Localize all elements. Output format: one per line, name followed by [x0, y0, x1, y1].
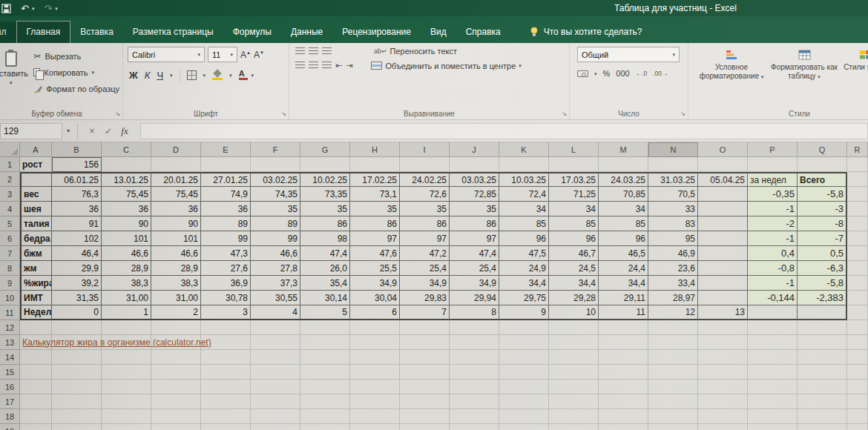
cell-H14[interactable] — [350, 350, 400, 365]
cell-C5[interactable]: 90 — [102, 216, 151, 231]
column-header-J[interactable]: J — [450, 142, 499, 157]
cell-G17[interactable] — [300, 394, 350, 409]
cell-H11[interactable]: 6 — [350, 305, 400, 320]
cell-E3[interactable]: 74,9 — [201, 187, 251, 202]
cell-C18[interactable] — [102, 409, 151, 424]
cell-I17[interactable] — [400, 394, 450, 409]
cell-Q2[interactable]: Всего — [798, 172, 847, 187]
column-header-N[interactable]: N — [648, 142, 698, 157]
column-header-G[interactable]: G — [300, 142, 350, 157]
cell-R17[interactable] — [847, 394, 868, 409]
cell-H7[interactable]: 47,6 — [350, 246, 400, 261]
cell-L3[interactable]: 71,25 — [549, 187, 599, 202]
borders-button[interactable] — [187, 70, 197, 80]
cell-F13[interactable] — [251, 335, 300, 350]
cell-C16[interactable] — [102, 380, 151, 394]
cell-R1[interactable] — [847, 157, 868, 172]
cell-J13[interactable] — [450, 335, 499, 350]
column-header-L[interactable]: L — [549, 142, 599, 157]
cell-J10[interactable]: 29,94 — [450, 291, 499, 305]
cell-B14[interactable] — [52, 350, 102, 365]
cell-J9[interactable]: 34,9 — [450, 276, 499, 291]
tab-file[interactable]: Файл — [0, 22, 16, 43]
cell-O6[interactable] — [698, 231, 748, 246]
cell-P7[interactable]: 0,4 — [748, 246, 798, 261]
cell-O2[interactable]: 05.04.25 — [698, 172, 748, 187]
cell-C11[interactable]: 1 — [102, 305, 151, 320]
cell-P6[interactable]: -1 — [748, 231, 798, 246]
cell-K17[interactable] — [499, 394, 549, 409]
cell-I18[interactable] — [400, 409, 450, 424]
cell-A3[interactable]: вес — [20, 187, 52, 202]
cell-E7[interactable]: 47,3 — [201, 246, 251, 261]
cell-H13[interactable] — [350, 335, 400, 350]
cell-F18[interactable] — [251, 409, 300, 424]
cell-C17[interactable] — [102, 394, 151, 409]
cell-L17[interactable] — [549, 394, 599, 409]
cell-E1[interactable] — [201, 157, 251, 172]
cell-A15[interactable] — [20, 365, 52, 380]
cell-E6[interactable]: 99 — [201, 231, 251, 246]
cell-D16[interactable] — [151, 380, 201, 394]
cell-K2[interactable]: 10.03.25 — [499, 172, 549, 187]
cell-O7[interactable] — [698, 246, 748, 261]
cell-D8[interactable]: 28,9 — [151, 261, 201, 276]
cell-P19[interactable] — [748, 424, 798, 430]
cell-D19[interactable] — [151, 424, 201, 430]
cell-J2[interactable]: 03.03.25 — [450, 172, 499, 187]
cell-N16[interactable] — [648, 380, 698, 394]
cell-O8[interactable] — [698, 261, 748, 276]
column-header-E[interactable]: E — [201, 142, 251, 157]
cell-P16[interactable] — [748, 380, 798, 394]
cell-N7[interactable]: 46,9 — [648, 246, 698, 261]
cell-Q6[interactable]: -7 — [798, 231, 847, 246]
cell-B8[interactable]: 29,9 — [52, 261, 102, 276]
cell-L9[interactable]: 34,4 — [549, 276, 599, 291]
cell-F3[interactable]: 74,35 — [251, 187, 300, 202]
format-as-table-button[interactable]: Форматировать как таблицу ▾ — [769, 45, 840, 81]
cell-B17[interactable] — [52, 394, 102, 409]
cell-F16[interactable] — [251, 380, 300, 394]
cell-I4[interactable]: 35 — [400, 202, 450, 216]
cell-E14[interactable] — [201, 350, 251, 365]
cell-Q7[interactable]: 0,5 — [798, 246, 847, 261]
cell-M11[interactable]: 11 — [599, 305, 648, 320]
cell-P9[interactable]: -1 — [748, 276, 798, 291]
accounting-format-button[interactable] — [577, 70, 588, 77]
cell-A11[interactable]: Неделя — [20, 305, 52, 320]
cell-R10[interactable] — [847, 291, 868, 305]
cell-J5[interactable]: 86 — [450, 216, 499, 231]
bold-button[interactable]: Ж — [129, 70, 138, 81]
row-header-12[interactable]: 12 — [0, 320, 20, 335]
cell-M12[interactable] — [599, 320, 648, 335]
cell-M17[interactable] — [599, 394, 648, 409]
cell-M19[interactable] — [599, 424, 648, 430]
column-header-Q[interactable]: Q — [798, 142, 847, 157]
cell-P11[interactable] — [748, 305, 798, 320]
cell-D12[interactable] — [151, 320, 201, 335]
cell-D15[interactable] — [151, 365, 201, 380]
cancel-icon[interactable]: × — [84, 126, 100, 136]
row-header-1[interactable]: 1 — [0, 157, 20, 172]
cell-L19[interactable] — [549, 424, 599, 430]
cell-Q10[interactable]: -2,383 — [798, 291, 847, 305]
cell-J16[interactable] — [450, 380, 499, 394]
cell-N15[interactable] — [648, 365, 698, 380]
cell-Q9[interactable]: -5,8 — [798, 276, 847, 291]
cell-H3[interactable]: 73,1 — [350, 187, 400, 202]
cell-O16[interactable] — [698, 380, 748, 394]
cell-O9[interactable] — [698, 276, 748, 291]
cell-H5[interactable]: 86 — [350, 216, 400, 231]
cell-P17[interactable] — [748, 394, 798, 409]
cell-Q11[interactable] — [798, 305, 847, 320]
cell-K16[interactable] — [499, 380, 549, 394]
cell-E19[interactable] — [201, 424, 251, 430]
cell-J1[interactable] — [450, 157, 499, 172]
cell-M13[interactable] — [599, 335, 648, 350]
cell-N13[interactable] — [648, 335, 698, 350]
cell-B10[interactable]: 31,35 — [52, 291, 102, 305]
cell-R7[interactable] — [847, 246, 868, 261]
cell-I13[interactable] — [400, 335, 450, 350]
tab-page-layout[interactable]: Разметка страницы — [123, 22, 223, 43]
column-header-H[interactable]: H — [350, 142, 400, 157]
